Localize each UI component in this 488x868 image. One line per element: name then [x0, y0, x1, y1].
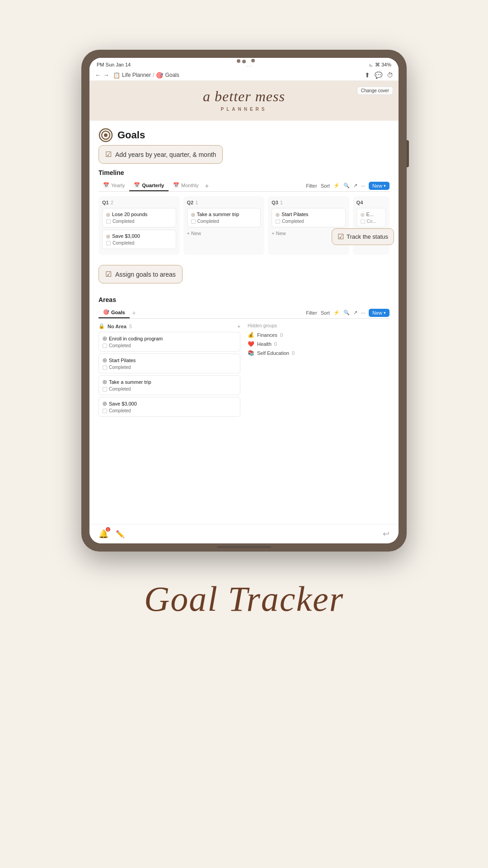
back-arrow[interactable]: ← — [95, 71, 101, 79]
annotation-assign-check: ☑ — [105, 270, 112, 278]
q1-card-1-text: Lose 20 pounds — [112, 212, 147, 217]
area-card-4-icon: ◎ — [103, 401, 107, 406]
q1-label: Q1 — [102, 200, 109, 205]
browser-bar: ← → 📋 Life Planner / 🎯 Goals ⬆ 💬 ⏱ — [89, 70, 399, 81]
area-card-3[interactable]: ◎ Take a summer trip Completed — [99, 375, 240, 395]
tab-yearly[interactable]: 📅 Yearly — [99, 180, 129, 191]
health-icon: ❤️ — [248, 341, 254, 347]
nav-arrows[interactable]: ← → — [95, 71, 109, 79]
finances-count: 0 — [280, 332, 283, 338]
no-area-header: 🔒 No Area 5 + — [99, 323, 240, 329]
area-card-3-checkbox[interactable] — [103, 387, 107, 392]
goals-breadcrumb-icon: 🎯 — [156, 72, 163, 79]
q2-add-new[interactable]: + New — [187, 230, 261, 237]
status-right: ⎁ ⌘ 34% — [369, 61, 391, 68]
areas-search[interactable]: 🔍 — [343, 310, 350, 316]
q1-card-1-checkbox[interactable] — [106, 219, 111, 224]
timeline-add-tab[interactable]: + — [205, 182, 209, 189]
areas-new-button[interactable]: New ▾ — [369, 309, 389, 317]
q1-card-1-status-text: Completed — [113, 219, 134, 224]
q2-card-1-checkbox[interactable] — [191, 219, 196, 224]
edit-icon[interactable]: ✏️ — [116, 530, 125, 538]
area-card-2-checkbox[interactable] — [103, 365, 107, 370]
no-area-add[interactable]: + — [238, 324, 240, 329]
q2-add-icon: + — [187, 231, 190, 236]
chat-icon[interactable]: 💬 — [375, 71, 382, 79]
side-button — [407, 140, 409, 167]
tablet-shell: PM Sun Jan 14 ... ⎁ ⌘ 34% ← → 📋 Life Pla… — [81, 50, 407, 552]
svg-point-2 — [104, 133, 108, 137]
finances-label: Finances — [257, 332, 277, 338]
area-card-2[interactable]: ◎ Start Pilates Completed — [99, 354, 240, 373]
area-tab-add[interactable]: + — [130, 309, 136, 316]
areas-export[interactable]: ↗ — [353, 310, 357, 316]
area-tab-goals[interactable]: 🎯 Goals — [99, 307, 130, 318]
monthly-tab-icon: 📅 — [173, 182, 179, 188]
bell-wrapper[interactable]: 🔔 1 — [99, 529, 108, 539]
annotation-assign-goals: ☑ Assign goals to areas — [99, 265, 183, 283]
q4-card-1-checkbox[interactable] — [361, 219, 365, 224]
annotation-track-check: ☑ — [338, 232, 344, 241]
area-card-2-text: Start Pilates — [109, 358, 136, 363]
q4-card-1-text: E... — [366, 212, 374, 217]
education-icon: 📚 — [248, 350, 254, 356]
q4-card-1[interactable]: ◎ E... Co... — [357, 208, 386, 227]
area-card-4[interactable]: ◎ Save $3,000 Completed — [99, 397, 240, 417]
q4-card-1-status: Co... — [361, 219, 382, 224]
share-icon[interactable]: ⬆ — [365, 71, 370, 79]
goals-breadcrumb-label[interactable]: Goals — [165, 72, 179, 78]
area-card-3-text: Take a summer trip — [109, 379, 151, 385]
q1-card-2-status: Completed — [106, 241, 172, 245]
browser-actions[interactable]: ⬆ 💬 ⏱ — [365, 71, 393, 79]
tab-quarterly[interactable]: 📅 Quarterly — [129, 180, 169, 191]
status-time: PM Sun Jan 14 — [97, 62, 131, 67]
area-card-4-checkbox[interactable] — [103, 409, 107, 413]
cover-title: a better mess — [99, 88, 389, 105]
screen-content[interactable]: Change cover a better mess PLANNERS Goal… — [89, 81, 399, 524]
forward-arrow[interactable]: → — [103, 71, 109, 79]
q3-card-1[interactable]: ◎ Start Pilates Completed — [272, 208, 346, 227]
areas-filter[interactable]: Filter — [306, 310, 317, 316]
quarterly-tab-label: Quarterly — [142, 183, 164, 188]
timeline-more[interactable]: ··· — [361, 183, 365, 189]
education-label: Self Education — [257, 350, 289, 356]
q3-card-1-status-text: Completed — [282, 219, 304, 224]
area-card-2-status-text: Completed — [109, 365, 131, 370]
q3-card-1-checkbox[interactable] — [276, 219, 280, 224]
timer-icon[interactable]: ⏱ — [387, 71, 393, 79]
q2-card-1[interactable]: ◎ Take a summer trip Completed — [187, 208, 261, 227]
planner-label[interactable]: Life Planner — [122, 72, 151, 78]
tab-monthly[interactable]: 📅 Monthly — [169, 180, 203, 191]
q2-header: Q2 1 — [187, 200, 261, 205]
timeline-lightning[interactable]: ⚡ — [333, 183, 340, 189]
timeline-new-button[interactable]: New ▾ — [369, 182, 389, 190]
q1-card-1[interactable]: ◎ Lose 20 pounds Completed — [102, 208, 176, 227]
q1-card-2-icon: ◎ — [106, 234, 110, 239]
area-card-1[interactable]: ◎ Enroll in coding program Completed — [99, 332, 240, 352]
timeline-sort[interactable]: Sort — [321, 183, 330, 189]
timeline-tabs: 📅 Yearly 📅 Quarterly 📅 Monthly + Filter — [99, 180, 389, 192]
area-card-2-status: Completed — [103, 365, 236, 370]
q4-card-1-name: ◎ E... — [361, 212, 382, 217]
back-icon[interactable]: ↩ — [383, 529, 389, 539]
bottom-bar: 🔔 1 ✏️ ↩ — [89, 524, 399, 543]
timeline-search[interactable]: 🔍 — [343, 183, 350, 189]
areas-more[interactable]: ··· — [361, 310, 365, 316]
timeline-export[interactable]: ↗ — [353, 183, 357, 189]
kanban-col-q2: Q2 1 ◎ Take a summer trip Comp — [183, 196, 265, 255]
area-card-1-checkbox[interactable] — [103, 344, 107, 348]
annotation-assign-text: Assign goals to areas — [115, 271, 176, 278]
q1-card-2-checkbox[interactable] — [106, 241, 111, 245]
no-area-count: 5 — [129, 324, 132, 329]
areas-lightning[interactable]: ⚡ — [333, 310, 340, 316]
q3-header: Q3 1 — [272, 200, 346, 205]
bottom-left-actions: 🔔 1 ✏️ — [99, 529, 125, 539]
change-cover-button[interactable]: Change cover — [357, 86, 393, 95]
areas-sort[interactable]: Sort — [321, 310, 330, 316]
timeline-filter[interactable]: Filter — [306, 183, 317, 189]
q4-header: Q4 — [357, 200, 386, 205]
q1-card-2[interactable]: ◎ Save $3,000 Completed — [102, 230, 176, 249]
status-dots: ... — [246, 62, 253, 67]
area-card-3-name: ◎ Take a summer trip — [103, 379, 236, 385]
status-bar: PM Sun Jan 14 ... ⎁ ⌘ 34% — [89, 58, 399, 70]
